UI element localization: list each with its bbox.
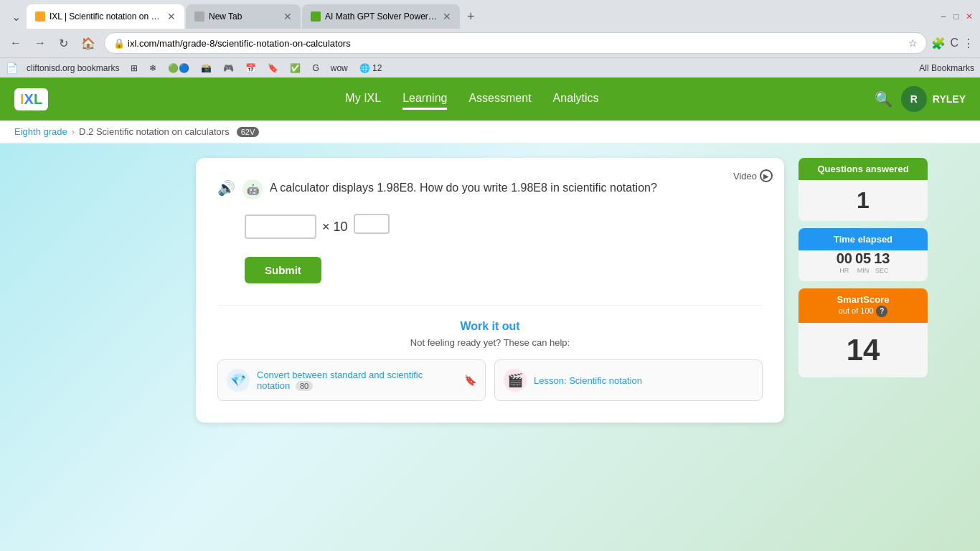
breadcrumb: Eighth grade › D.2 Scientific notation o…: [0, 121, 980, 143]
question-text: A calculator displays 1.98E8. How do you…: [270, 179, 763, 197]
home-button[interactable]: 🏠: [77, 35, 100, 52]
breadcrumb-badge: 62V: [237, 127, 260, 137]
tab-favicon-ixl: [35, 11, 45, 22]
bookmark-b7[interactable]: ✅: [287, 62, 303, 75]
questions-answered-header: Questions answered: [798, 158, 928, 180]
nav-analytics[interactable]: Analytics: [553, 89, 599, 110]
address-bar[interactable]: 🔒 ☆: [104, 32, 927, 54]
play-icon: ▶: [760, 169, 773, 182]
bookmark-b6[interactable]: 🔖: [265, 62, 281, 75]
tab-favicon-ai: [311, 11, 321, 22]
breadcrumb-lesson: D.2 Scientific notation on calculators: [79, 126, 230, 137]
work-links: 💎 Convert between standard and scientifi…: [217, 359, 763, 401]
nav-assessment[interactable]: Assessment: [468, 89, 531, 110]
browser-chrome: ⌄ IXL | Scientific notation on calc... ✕…: [0, 0, 980, 77]
ixl-header: IXL My IXL Learning Assessment Analytics…: [0, 77, 980, 121]
submit-button[interactable]: Submit: [245, 257, 321, 283]
bookmark-b9[interactable]: wow: [328, 62, 351, 75]
question-card: Video ▶ 🔊 🤖 A calculator displays 1.98E8…: [196, 158, 784, 423]
audio-button[interactable]: 🔊: [217, 179, 235, 197]
work-link-badge: 80: [296, 381, 313, 391]
bookmark-b2[interactable]: 🟢🔵: [165, 62, 192, 75]
reload-button[interactable]: ↻: [55, 35, 72, 52]
work-it-out-subtitle: Not feeling ready yet? These can help:: [217, 337, 763, 348]
smart-score-value: 14: [798, 323, 928, 377]
exponent-input[interactable]: [354, 214, 390, 234]
answer-row: × 10: [217, 214, 763, 240]
question-row: 🔊 🤖 A calculator displays 1.98E8. How do…: [217, 179, 763, 199]
bookmark-star-icon[interactable]: ☆: [908, 37, 918, 49]
question-container: Video ▶ 🔊 🤖 A calculator displays 1.98E8…: [196, 158, 784, 423]
bookmark-convert-icon[interactable]: 🔖: [464, 375, 476, 386]
search-icon[interactable]: 🔍: [875, 90, 892, 108]
all-bookmarks[interactable]: All Bookmarks: [919, 63, 974, 73]
video-link[interactable]: Video ▶: [733, 169, 773, 182]
timer-hr-value: 00: [837, 250, 852, 267]
ixl-app: IXL My IXL Learning Assessment Analytics…: [0, 77, 980, 551]
bookmark-apps[interactable]: ⊞: [128, 62, 141, 75]
bookmarks-bar: 📄 cliftonisd.org bookmarks ⊞ ❄ 🟢🔵 📸 🎮 📅 …: [0, 57, 980, 77]
tab-close-newtab[interactable]: ✕: [283, 11, 292, 22]
close-button[interactable]: ✕: [964, 11, 974, 22]
tab-bar: ⌄ IXL | Scientific notation on calc... ✕…: [0, 0, 980, 29]
work-link-convert[interactable]: 💎 Convert between standard and scientifi…: [217, 359, 486, 401]
tab-title-ixl: IXL | Scientific notation on calc...: [50, 11, 163, 22]
timer-min: 05 MIN: [855, 250, 871, 274]
diamond-icon: 💎: [227, 369, 250, 392]
timer-sec-label: SEC: [874, 267, 890, 274]
forward-button[interactable]: →: [30, 35, 50, 51]
lesson-video-icon: 🎬: [504, 369, 527, 392]
bookmark-b5[interactable]: 📅: [242, 62, 259, 75]
window-controls: – □ ✕: [938, 11, 980, 22]
work-link-lesson-label: Lesson: Scientific notation: [534, 375, 642, 386]
bookmark-b10[interactable]: 🌐 12: [357, 62, 385, 75]
back-button[interactable]: ←: [6, 35, 26, 51]
bookmark-b3[interactable]: 📸: [198, 62, 215, 75]
new-tab-button[interactable]: +: [461, 6, 481, 27]
smart-score-box: SmartScore out of 100 ? 14: [798, 288, 928, 377]
logo-text: IXL: [20, 91, 42, 107]
tab-title-newtab: New Tab: [209, 11, 279, 22]
menu-icon[interactable]: ⋮: [963, 37, 974, 50]
video-label: Video: [733, 171, 757, 182]
nav-learning[interactable]: Learning: [402, 89, 447, 110]
smart-score-info-icon[interactable]: ?: [876, 306, 887, 317]
address-input[interactable]: [128, 38, 908, 49]
tab-ai[interactable]: AI Math GPT Solver Powered b... ✕: [302, 4, 460, 29]
user-menu[interactable]: R RYLEY: [901, 86, 966, 112]
bookmark-b1[interactable]: ❄: [146, 62, 159, 75]
bookmark-b4[interactable]: 🎮: [220, 62, 237, 75]
timer-sec: 13 SEC: [874, 250, 890, 274]
profile-icon[interactable]: C: [950, 37, 958, 50]
bookmark-b8[interactable]: G: [309, 62, 321, 75]
work-link-lesson[interactable]: 🎬 Lesson: Scientific notation: [494, 359, 763, 401]
breadcrumb-separator: ›: [72, 126, 75, 137]
extensions-icon[interactable]: 🧩: [931, 37, 946, 50]
logo-x: X: [24, 91, 34, 107]
nav-my-ixl[interactable]: My IXL: [345, 89, 381, 110]
timer-min-label: MIN: [855, 267, 871, 274]
tab-close-ai[interactable]: ✕: [443, 11, 451, 22]
maximize-button[interactable]: □: [951, 11, 961, 22]
questions-answered-value: 1: [798, 180, 928, 221]
ai-tutor-icon[interactable]: 🤖: [242, 179, 263, 199]
tab-favicon-newtab: [194, 11, 204, 22]
ixl-nav: My IXL Learning Assessment Analytics: [70, 89, 875, 110]
times-ten-label: × 10: [322, 220, 348, 235]
main-background: Video ▶ 🔊 🤖 A calculator displays 1.98E8…: [0, 143, 980, 551]
tab-list-button[interactable]: ⌄: [6, 7, 27, 27]
tab-newtab[interactable]: New Tab ✕: [186, 4, 301, 29]
breadcrumb-grade[interactable]: Eighth grade: [14, 126, 67, 137]
timer-hr-label: HR: [837, 267, 852, 274]
questions-answered-box: Questions answered 1: [798, 158, 928, 221]
tab-ixl[interactable]: IXL | Scientific notation on calc... ✕: [27, 4, 184, 29]
work-it-out-title: Work it out: [217, 320, 763, 333]
reading-list-icon: 📄: [6, 62, 18, 74]
tab-close-ixl[interactable]: ✕: [167, 11, 176, 22]
ixl-logo[interactable]: IXL: [14, 88, 48, 110]
minimize-button[interactable]: –: [938, 11, 948, 22]
lock-icon: 🔒: [113, 38, 125, 49]
bookmark-cliftonisd[interactable]: cliftonisd.org bookmarks: [24, 62, 122, 75]
mantissa-input[interactable]: [245, 215, 316, 239]
smart-score-sub: out of 100: [839, 306, 874, 315]
